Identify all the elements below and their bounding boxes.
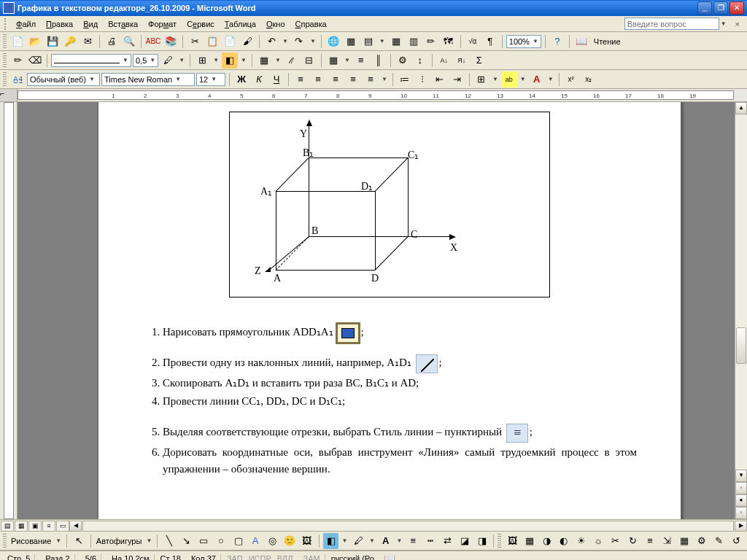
more-contrast-button[interactable]: ◑ [539, 533, 555, 549]
bullets-button[interactable]: ⁝ [414, 71, 430, 88]
scroll-right-button[interactable]: ▶ [735, 521, 747, 532]
b2-dd[interactable]: ▼ [491, 76, 500, 82]
align-cells-button[interactable]: ▦ [325, 52, 341, 69]
mail-button[interactable]: ✉ [80, 34, 96, 50]
arrow-tool-button[interactable]: ↘ [179, 533, 195, 549]
justify-button[interactable]: ≡ [345, 71, 361, 88]
arrow-style-button[interactable]: ⇄ [440, 533, 456, 549]
line-spacing-button[interactable]: ≡ [363, 71, 379, 88]
color-mode-button[interactable]: ▦ [522, 533, 538, 549]
tables-borders-button[interactable]: ▦ [343, 34, 359, 50]
drawing-toolbar-button[interactable]: ✏ [423, 34, 439, 50]
prev-page-button[interactable]: ◦ [735, 482, 747, 494]
research-button[interactable]: 📚 [163, 34, 179, 50]
status-book-icon[interactable]: 📖 [382, 551, 398, 561]
menu-window[interactable]: Окно [261, 18, 290, 30]
fill-dd[interactable]: ▼ [340, 537, 349, 544]
italic-button[interactable]: К [251, 71, 267, 88]
crop-button[interactable]: ✂ [608, 533, 624, 549]
sort-desc-button[interactable]: Я↓ [454, 52, 470, 69]
open-button[interactable]: 📂 [27, 34, 43, 50]
font-combo[interactable]: Times New Roman▼ [101, 73, 195, 86]
styles-pane-button[interactable]: A̲4̲ [9, 71, 26, 88]
new-doc-button[interactable]: 📄 [9, 34, 26, 50]
borders-button[interactable]: ⊞ [194, 52, 210, 69]
underline-button[interactable]: Ч [268, 71, 285, 88]
copy-button[interactable]: 📋 [204, 34, 220, 50]
scroll-thumb[interactable] [736, 327, 746, 364]
document-area[interactable]: Y X Z [18, 102, 735, 519]
browse-object-button[interactable]: ● [735, 494, 747, 507]
outline-view-button[interactable]: ≡ [42, 521, 55, 532]
equation-button[interactable]: √α [465, 34, 481, 50]
menu-tools[interactable]: Сервис [182, 18, 220, 30]
line-weight-combo[interactable]: 0,5▼ [133, 54, 158, 67]
merge-cells-button[interactable]: ⫽ [284, 52, 300, 69]
compress-button[interactable]: ⇲ [659, 533, 676, 549]
close-button[interactable]: ✕ [729, 1, 744, 15]
save-button[interactable]: 💾 [44, 34, 61, 50]
docmap-button[interactable]: 🗺 [441, 34, 457, 50]
oval-tool-button[interactable]: ○ [213, 533, 229, 549]
undo-dropdown[interactable]: ▼ [281, 38, 290, 44]
distribute-cols-button[interactable]: ║ [371, 52, 387, 69]
hl-dd[interactable]: ▼ [519, 76, 527, 82]
drawing-menu[interactable]: Рисование [9, 537, 53, 545]
dropdown-icon[interactable]: ▼ [719, 20, 728, 27]
rotate-button[interactable]: ↻ [625, 533, 641, 549]
reset-pic-button[interactable]: ↺ [728, 533, 744, 549]
line-style-button[interactable]: ≡ [405, 533, 421, 549]
autosum-button[interactable]: Σ [471, 52, 487, 69]
autoshapes-menu[interactable]: Автофигуры [95, 537, 144, 545]
insert-table-button[interactable]: ▤ [360, 34, 376, 50]
highlight-button[interactable]: ab [501, 71, 517, 88]
hyperlink-button[interactable]: 🌐 [325, 34, 341, 50]
draw-table-button[interactable]: ✏ [9, 52, 26, 69]
spellcheck-button[interactable]: ABC [145, 34, 161, 50]
status-rec[interactable]: ЗАП [227, 554, 243, 561]
fc2-dd[interactable]: ▼ [395, 537, 403, 544]
fc-dd[interactable]: ▼ [546, 76, 555, 82]
shadow-button[interactable]: ◪ [457, 533, 473, 549]
text-direction-button[interactable]: ↕ [412, 52, 428, 69]
ask-question-box[interactable] [624, 18, 719, 30]
menu-format[interactable]: Формат [143, 18, 182, 30]
ac-dd[interactable]: ▼ [343, 57, 352, 63]
reading-label[interactable]: Чтение [591, 37, 624, 46]
restore-button[interactable]: ❐ [713, 1, 728, 15]
permissions-button[interactable]: 🔑 [62, 34, 78, 50]
fill-color-button[interactable]: ◧ [323, 533, 339, 549]
eraser-button[interactable]: ⌫ [27, 52, 43, 69]
cut-button[interactable]: ✂ [187, 34, 203, 50]
print-button[interactable]: 🖨 [104, 34, 120, 50]
status-trk[interactable]: ИСПР [249, 554, 271, 561]
undo-button[interactable]: ↶ [263, 34, 279, 50]
align-right-button[interactable]: ≡ [328, 71, 344, 88]
superscript-button[interactable]: x² [563, 71, 579, 88]
vertical-ruler[interactable] [0, 102, 18, 519]
more-bright-button[interactable]: ☀ [573, 533, 589, 549]
borders-dd[interactable]: ▼ [212, 57, 220, 63]
status-lang[interactable]: русский (Ро [331, 554, 374, 561]
wordart-button[interactable]: A [247, 533, 263, 549]
numbering-button[interactable]: ≔ [397, 71, 413, 88]
format-pic-button[interactable]: ⚙ [694, 533, 710, 549]
table-dropdown[interactable]: ▼ [378, 38, 387, 44]
menu-insert[interactable]: Вставка [103, 18, 143, 30]
menu-view[interactable]: Вид [78, 18, 103, 30]
diagram-button[interactable]: ◎ [265, 533, 281, 549]
redo-button[interactable]: ↷ [291, 34, 307, 50]
scroll-down-button[interactable]: ▼ [735, 470, 747, 482]
align-left-button[interactable]: ≡ [293, 71, 309, 88]
format-painter-button[interactable]: 🖌 [239, 34, 255, 50]
redo-dropdown[interactable]: ▼ [309, 38, 317, 44]
horizontal-ruler[interactable]: ⌐ // rendered after data load below 1234… [0, 89, 747, 102]
less-contrast-button[interactable]: ◐ [556, 533, 572, 549]
dash-style-button[interactable]: ┅ [422, 533, 438, 549]
picture-toolbar-button[interactable]: 🖼 [504, 533, 520, 549]
select-objects-button[interactable]: ↖ [71, 533, 87, 549]
vertical-scrollbar[interactable]: ▲ ▼ ◦ ● ◦ [735, 102, 747, 519]
columns-button[interactable]: ▥ [406, 34, 422, 50]
reading-layout-button[interactable]: 📖 [573, 34, 589, 50]
distribute-rows-button[interactable]: ≡ [353, 52, 369, 69]
